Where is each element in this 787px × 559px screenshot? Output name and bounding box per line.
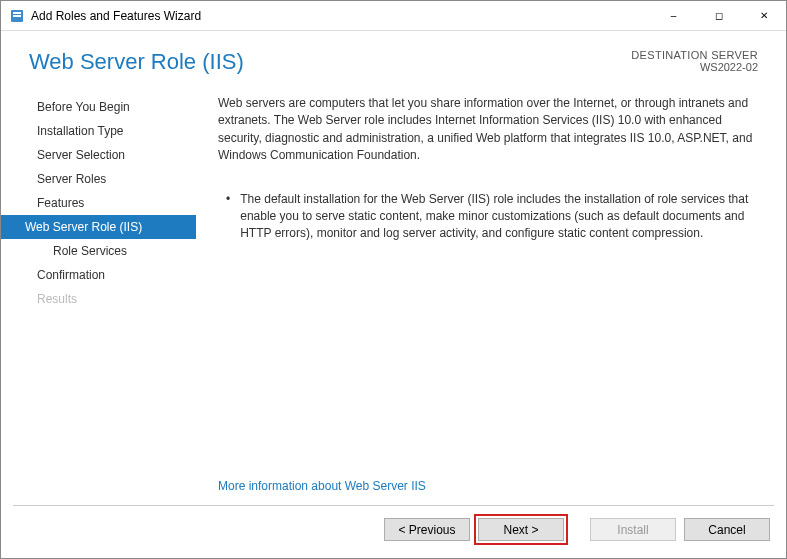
window-title: Add Roles and Features Wizard xyxy=(31,9,201,23)
window-controls: – ◻ ✕ xyxy=(651,1,786,31)
wizard-icon xyxy=(9,8,25,24)
more-info-link[interactable]: More information about Web Server IIS xyxy=(218,479,758,493)
destination-info: DESTINATION SERVER WS2022-02 xyxy=(631,49,758,73)
wizard-step[interactable]: Role Services xyxy=(1,239,196,263)
notes-list: The default installation for the Web Ser… xyxy=(218,191,758,253)
wizard-step[interactable]: Features xyxy=(1,191,196,215)
content-pane: Web servers are computers that let you s… xyxy=(196,85,786,505)
note-bullet: The default installation for the Web Ser… xyxy=(226,191,758,243)
wizard-step[interactable]: Before You Begin xyxy=(1,95,196,119)
footer: < Previous Next > Install Cancel xyxy=(1,506,786,553)
wizard-steps-sidebar: Before You BeginInstallation TypeServer … xyxy=(1,85,196,505)
wizard-step: Results xyxy=(1,287,196,311)
install-button: Install xyxy=(590,518,676,541)
svg-rect-2 xyxy=(13,15,21,17)
wizard-step[interactable]: Server Roles xyxy=(1,167,196,191)
svg-rect-1 xyxy=(13,12,21,14)
header: Web Server Role (IIS) DESTINATION SERVER… xyxy=(1,31,786,85)
destination-value: WS2022-02 xyxy=(631,61,758,73)
titlebar: Add Roles and Features Wizard – ◻ ✕ xyxy=(1,1,786,31)
maximize-button[interactable]: ◻ xyxy=(696,1,741,31)
intro-text: Web servers are computers that let you s… xyxy=(218,95,758,165)
previous-button[interactable]: < Previous xyxy=(384,518,470,541)
wizard-step[interactable]: Installation Type xyxy=(1,119,196,143)
page-title: Web Server Role (IIS) xyxy=(29,49,244,75)
minimize-button[interactable]: – xyxy=(651,1,696,31)
wizard-step[interactable]: Confirmation xyxy=(1,263,196,287)
wizard-step[interactable]: Server Selection xyxy=(1,143,196,167)
destination-label: DESTINATION SERVER xyxy=(631,49,758,61)
close-button[interactable]: ✕ xyxy=(741,1,786,31)
cancel-button[interactable]: Cancel xyxy=(684,518,770,541)
wizard-step[interactable]: Web Server Role (IIS) xyxy=(1,215,196,239)
next-button[interactable]: Next > xyxy=(478,518,564,541)
